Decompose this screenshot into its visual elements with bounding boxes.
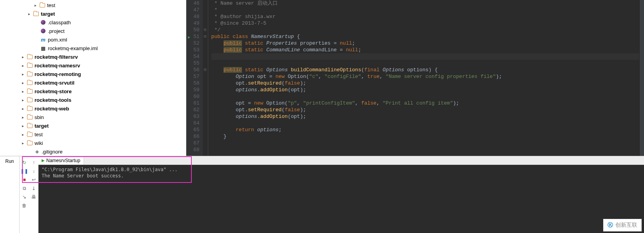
folder-icon <box>27 62 33 69</box>
exit-button[interactable]: ↘ <box>20 193 28 201</box>
tree-item-label: rocketmq-web <box>35 106 69 112</box>
folder-icon <box>27 123 33 129</box>
expand-arrow-icon[interactable]: ▸ <box>20 72 25 76</box>
print-button[interactable]: 🖶 <box>30 193 38 201</box>
tree-item-label: .project <box>48 28 65 34</box>
scroll-end-button[interactable]: ⤓ <box>30 184 38 192</box>
expand-arrow-icon[interactable]: ▸ <box>20 115 25 119</box>
editor-gutter: 464748495051▶525354555657585960616263646… <box>186 0 203 156</box>
code-line[interactable]: public static Properties properties = nu… <box>211 40 639 47</box>
code-line[interactable] <box>211 120 639 126</box>
tree-item-label: rocketmq-example.iml <box>48 45 98 51</box>
code-line[interactable]: public static Options buildCommandlineOp… <box>211 67 639 73</box>
code-line[interactable] <box>211 146 639 153</box>
code-line[interactable]: */ <box>211 27 639 33</box>
code-line[interactable]: * @since 2013-7-5 <box>211 20 639 27</box>
tree-item-label: test <box>47 2 55 8</box>
expand-arrow-icon[interactable]: ▸ <box>20 81 25 85</box>
tree-item[interactable]: ▸test <box>0 1 186 9</box>
tree-item[interactable]: ▸sbin <box>0 113 186 121</box>
expand-arrow-icon[interactable]: ▸ <box>20 55 25 59</box>
code-line[interactable]: opt.setRequired(false); <box>211 80 639 87</box>
run-toolbar-left: ↻ ❚❚ ■ ⧉ ↘ 🗑 <box>20 156 29 233</box>
code-line[interactable]: public class NamesrvStartup { <box>211 33 639 40</box>
run-process-tab[interactable]: ▶ NamesrvStartup <box>38 156 84 164</box>
code-line[interactable] <box>211 60 639 67</box>
console-output[interactable]: "C:\Program Files\Java\jdk1.8.0_92\bin\j… <box>38 165 644 233</box>
folder-icon <box>27 131 33 137</box>
tree-item[interactable]: ▸test <box>0 130 186 139</box>
expand-arrow-icon[interactable]: ▸ <box>20 107 25 111</box>
tree-item[interactable]: ▸target <box>0 121 186 130</box>
tree-item[interactable]: ▸target <box>0 9 186 18</box>
code-line[interactable]: options.addOption(opt); <box>211 87 639 93</box>
tree-item[interactable]: ▦rocketmq-example.iml <box>0 44 186 52</box>
tree-item-label: .classpath <box>48 20 71 25</box>
trash-button[interactable]: 🗑 <box>20 202 28 210</box>
code-line[interactable]: * <box>211 7 639 13</box>
pause-button[interactable]: ❚❚ <box>20 167 28 175</box>
run-gutter-icon[interactable]: ▶ <box>188 34 190 41</box>
code-line[interactable]: * Name server 启动入口 <box>211 0 639 7</box>
code-line[interactable]: opt.setRequired(false); <box>211 107 639 113</box>
code-editor[interactable]: 464748495051▶525354555657585960616263646… <box>186 0 644 156</box>
run-process-label: NamesrvStartup <box>46 158 80 163</box>
dump-button[interactable]: ⧉ <box>20 184 28 192</box>
module-icon: ▦ <box>40 45 46 51</box>
code-line[interactable]: * @author shijia.wxr <box>211 13 639 20</box>
tree-item[interactable]: ▸rocketmq-remoting <box>0 70 186 78</box>
folder-icon <box>27 79 33 86</box>
up-button[interactable]: ↑ <box>30 159 38 166</box>
code-line[interactable]: return options; <box>211 126 639 133</box>
code-line[interactable] <box>211 53 639 60</box>
file-icon: ◈ <box>34 148 40 155</box>
tree-item-label: sbin <box>35 114 44 120</box>
editor-scrollbar[interactable] <box>639 0 644 156</box>
tree-item[interactable]: ▸wiki <box>0 139 186 147</box>
run-icon: ▶ <box>42 158 45 163</box>
softwrap-button[interactable]: ↩ <box>30 176 38 184</box>
expand-arrow-icon[interactable]: ▸ <box>33 3 38 7</box>
rerun-button[interactable]: ↻ <box>20 159 28 166</box>
tree-item[interactable]: ◈.gitignore <box>0 147 186 156</box>
code-line[interactable]: public static CommandLine commandLine = … <box>211 47 639 53</box>
folder-icon <box>27 114 33 120</box>
code-line[interactable]: opt = new Option("p", "printConfigItem",… <box>211 100 639 107</box>
tree-item[interactable]: ▸rocketmq-web <box>0 104 186 113</box>
tree-item[interactable]: ▸rocketmq-store <box>0 87 186 96</box>
project-tree[interactable]: ▸test▸target.classpath.projectmpom.xml▦r… <box>0 0 186 156</box>
tree-item[interactable]: .project <box>0 27 186 35</box>
tree-item-label: test <box>35 132 43 137</box>
console-line: The Name Server boot success. <box>42 173 641 179</box>
tree-item[interactable]: ▸rocketmq-namesrv <box>0 61 186 70</box>
tree-item[interactable]: .classpath <box>0 18 186 27</box>
expand-arrow-icon[interactable]: ▸ <box>20 98 25 102</box>
expand-arrow-icon[interactable]: ▸ <box>20 141 25 145</box>
expand-arrow-icon[interactable]: ▸ <box>20 132 25 137</box>
code-area[interactable]: * Name server 启动入口 * * @author shijia.wx… <box>208 0 639 156</box>
expand-arrow-icon[interactable]: ▸ <box>20 124 25 128</box>
code-line[interactable] <box>211 140 639 146</box>
code-line[interactable] <box>211 93 639 100</box>
tree-item[interactable]: mpom.xml <box>0 35 186 44</box>
code-line[interactable]: options.addOption(opt); <box>211 113 639 120</box>
code-line[interactable]: Option opt = new Option("c", "configFile… <box>211 73 639 80</box>
console-line: "C:\Program Files\Java\jdk1.8.0_92\bin\j… <box>42 166 641 173</box>
run-toolwindow-label[interactable]: Run <box>0 156 20 233</box>
tree-item-label: .gitignore <box>42 149 62 155</box>
tree-item-label: rocketmq-namesrv <box>35 63 80 69</box>
code-line[interactable]: } <box>211 133 639 140</box>
folder-icon <box>27 140 33 146</box>
tree-item-label: rocketmq-srvutil <box>35 80 75 86</box>
tree-item[interactable]: ▸rocketmq-srvutil <box>0 78 186 87</box>
expand-arrow-icon[interactable]: ▸ <box>27 12 31 16</box>
tree-item[interactable]: ▸rocketmq-tools <box>0 96 186 104</box>
down-button[interactable]: ↓ <box>30 167 38 175</box>
fold-column[interactable]: ⊟⊟⊟ <box>203 0 208 156</box>
expand-arrow-icon[interactable]: ▸ <box>20 89 25 94</box>
tree-item[interactable]: ▸rocketmq-filtersrv <box>0 52 186 61</box>
tree-item-label: rocketmq-tools <box>35 97 71 103</box>
expand-arrow-icon[interactable]: ▸ <box>20 63 25 68</box>
folder-icon <box>39 2 45 8</box>
stop-button[interactable]: ■ <box>20 176 28 184</box>
